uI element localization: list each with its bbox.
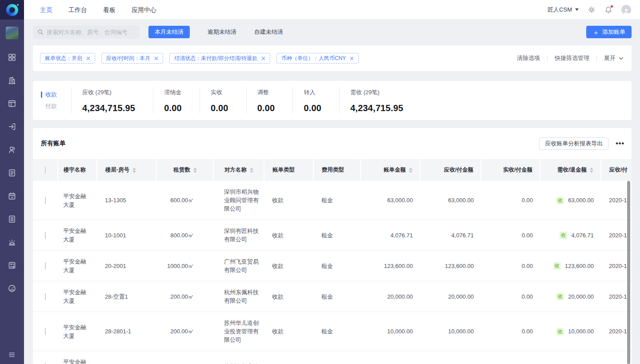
filter-chip-0[interactable]: 账单状态：开启 [40,53,95,64]
chevron-down-icon [619,56,624,61]
stat-item-3: 调整0.00 [246,88,293,113]
report-icon[interactable] [8,215,16,224]
gauge-icon[interactable] [8,284,16,293]
clear-filters-link[interactable]: 清除选项 [517,54,540,62]
row-checkbox[interactable] [45,262,46,270]
building-icon[interactable] [8,76,16,85]
topnav-item-3[interactable]: 应用中心 [132,0,156,20]
close-icon[interactable] [154,56,158,60]
cell-room: 28-空置1 [97,281,156,312]
app-logo[interactable] [0,0,24,20]
export-report-button[interactable]: 应收账单分析报表导出 [539,137,608,150]
column-header-company[interactable]: 对方名称 [213,159,264,181]
table-row: 平安金融大厦28-2801-1200.00㎡苏州华儿道创业投资管理有限公司收款租… [33,312,632,351]
stat-item-2: 实收0.00 [200,88,246,113]
filter-chip-label: 账单状态：开启 [45,55,82,62]
receive-badge: 收 [556,293,564,300]
topnav-item-0[interactable]: 主页 [40,0,52,20]
cell-fee_type: 租金 [313,281,360,312]
select-all-checkbox[interactable] [45,167,46,174]
cell-fee_type: 租金 [313,251,360,281]
column-header-room[interactable]: 楼层-房号 [97,159,156,181]
calendar-icon[interactable] [8,192,16,200]
row-checkbox[interactable] [45,293,46,300]
row-checkbox[interactable] [45,328,46,335]
cell-value: 平安金融大厦 [63,258,86,273]
alarm-icon[interactable] [8,238,16,247]
sidebar-collapse[interactable] [0,351,24,359]
sort-icon[interactable] [250,168,253,173]
cell-value: 租金 [321,293,333,300]
cell-bill_type: 收款 [264,220,313,251]
expand-filters-toggle[interactable]: 展开 [604,54,624,62]
row-checkbox[interactable] [45,363,46,364]
table-row: 平安金融大厦28-空置1200.00㎡杭州东佩科技有限公司收款租金20,000.… [33,281,632,312]
team-icon[interactable] [8,145,16,154]
layout-icon[interactable] [8,99,16,108]
column-header-need[interactable]: 需收/退金额 [540,159,601,181]
cell-value: 苏州华儿道创业投资管理有限公司 [224,320,259,343]
gear-icon[interactable] [588,6,596,14]
plus-icon: ＋ [592,29,599,36]
column-header-bill_amount[interactable]: 账单金额 [360,159,420,181]
stat-value: 0.00 [257,103,275,113]
manage-filters-link[interactable]: 快捷筛选管理 [555,54,589,62]
grid-icon[interactable] [8,53,16,62]
tab-2[interactable]: 自建未结清 [254,26,283,38]
column-label: 需收/退金额 [557,167,587,173]
tab-0[interactable]: 本月未结清 [148,26,190,38]
expand-label: 展开 [604,54,616,62]
sort-icon[interactable] [409,168,412,173]
cell-bill_amount: 63,000.00 [360,181,420,220]
cell-value: 20,000.00 [387,293,413,300]
close-icon[interactable] [86,56,90,60]
avatar[interactable] [621,5,631,15]
cell-value: 0.00 [522,232,533,239]
notification-bell[interactable] [604,6,612,14]
cell-value: 收款 [272,328,284,335]
cell-need [540,351,601,364]
stats-tab-1[interactable]: 付款 [41,103,71,110]
cell-value: 租金 [321,197,333,204]
stats-tab-0[interactable]: 收款 [41,91,71,98]
topnav-item-2[interactable]: 看板 [103,0,116,20]
add-bill-button[interactable]: ＋ 添加账单 [586,26,632,38]
cell-fee_type: 租金 [313,220,360,251]
import-icon[interactable] [8,122,16,131]
calculator-icon[interactable] [8,261,16,270]
user-menu[interactable]: 匠人CSM [548,6,579,14]
topbar-right: 匠人CSM [548,5,631,15]
project-thumbnail[interactable] [6,27,18,39]
cell-value: 租金 [321,263,333,269]
tab-1[interactable]: 逾期未结清 [208,26,236,38]
filter-chip-label: 币种（单位）：人民币CNY [281,55,346,62]
row-checkbox[interactable] [45,232,46,239]
cell-building: 平安金融大厦 [58,281,97,312]
sort-icon[interactable] [193,168,197,173]
filter-chip-1[interactable]: 应收/付时间：本月 [101,53,163,64]
cell-value: 28-2801-1 [105,328,131,335]
column-header-building: 楼宇名称 [58,159,97,181]
stat-label: 应收 (29笔) [82,88,135,96]
column-label: 应收/付 [609,167,628,173]
cell-value: 平安金融大厦 [63,359,86,364]
row-checkbox[interactable] [45,196,46,204]
sort-icon[interactable] [132,168,136,173]
sort-icon[interactable] [590,168,593,173]
column-header-area[interactable]: 租赁数 [156,159,213,181]
topnav-item-1[interactable]: 工作台 [68,0,87,20]
cell-room: 20-2001 [97,251,156,281]
close-icon[interactable] [350,56,354,60]
close-icon[interactable] [261,56,265,60]
search-input[interactable] [47,29,135,36]
document-icon[interactable] [8,168,16,177]
cell-value: 800.00㎡ [170,232,194,239]
filter-chip-3[interactable]: 币种（单位）：人民币CNY [276,53,359,64]
vertical-scrollbar[interactable] [627,181,630,364]
cell-value: 收款 [272,293,284,300]
column-label: 应收/付金额 [444,167,473,173]
column-header-bill_type: 账单类型 [264,159,313,181]
more-options-icon[interactable]: ••• [616,141,624,146]
stats-tabs: 收款付款 [33,91,71,110]
filter-chip-2[interactable]: 结清状态：未付款/部分结清/待退款 [169,53,270,64]
